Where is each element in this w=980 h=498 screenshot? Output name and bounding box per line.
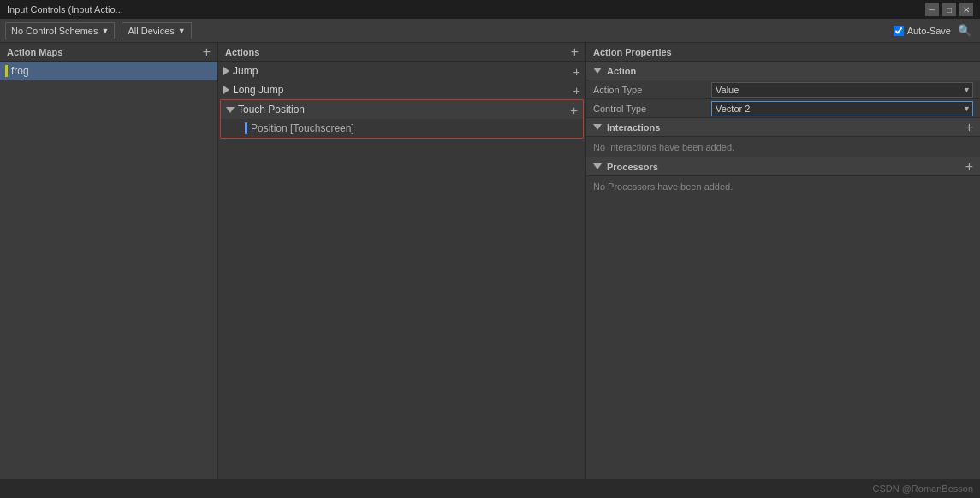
expand-touch-position-icon (226, 107, 235, 113)
action-label-touch-position: Touch Position (238, 104, 305, 116)
action-type-value: Value Button Pass Through ▼ (711, 82, 973, 98)
binding-color-bar (245, 122, 247, 134)
processors-section-header[interactable]: Processors + (586, 157, 980, 176)
control-type-row: Control Type Vector 2 Vector 3 Axis Butt… (586, 99, 980, 118)
action-item-jump[interactable]: Jump + (218, 62, 585, 80)
action-item-touch-position[interactable]: Touch Position + (221, 100, 583, 119)
expand-long-jump-icon (223, 86, 229, 94)
binding-label: Position [Touchscreen] (251, 122, 354, 134)
add-action-map-button[interactable]: + (203, 45, 211, 59)
action-label-long-jump: Long Jump (233, 84, 283, 96)
processors-section-title: Processors (607, 162, 658, 172)
touch-position-group: Touch Position + Position [Touchscreen] (220, 99, 584, 139)
all-devices-dropdown[interactable]: All Devices ▼ (122, 22, 191, 39)
action-type-select[interactable]: Value Button Pass Through (711, 82, 973, 98)
interactions-section-header-left: Interactions (593, 122, 660, 133)
minimize-button[interactable]: ─ (925, 3, 939, 16)
no-control-schemes-dropdown[interactable]: No Control Schemes ▼ (5, 22, 115, 39)
main-layout: Action Maps + frog Actions + Jump + Long… (0, 43, 980, 479)
processors-section-header-left: Processors (593, 162, 658, 172)
action-maps-title: Action Maps (7, 47, 62, 57)
map-color-bar (5, 65, 8, 77)
add-processor-button[interactable]: + (965, 159, 973, 175)
bottom-bar: CSDN @RomanBesson (0, 479, 980, 498)
close-button[interactable]: ✕ (959, 3, 973, 16)
no-interactions-text: No Interactions have been added. (586, 137, 980, 157)
control-type-label: Control Type (593, 104, 704, 114)
action-section-title: Action (607, 66, 636, 76)
devices-chevron-icon: ▼ (178, 27, 186, 35)
expand-jump-icon (223, 67, 229, 75)
action-type-label: Action Type (593, 85, 704, 95)
add-long-jump-binding-button[interactable]: + (573, 84, 580, 97)
title-bar-left: Input Controls (Input Actio... (7, 4, 123, 15)
action-section-header-left: Action (593, 66, 636, 76)
actions-panel: Actions + Jump + Long Jump + Touch Posit… (218, 43, 586, 479)
processors-section-collapse-icon (593, 163, 602, 169)
auto-save-label: Auto-Save (907, 26, 951, 36)
watermark-text: CSDN @RomanBesson (872, 483, 973, 494)
action-section-collapse-icon (593, 68, 602, 74)
action-type-dropdown-wrapper: Value Button Pass Through ▼ (711, 82, 973, 98)
search-button[interactable]: 🔍 (954, 24, 975, 37)
control-type-value: Vector 2 Vector 3 Axis Button ▼ (711, 101, 973, 116)
action-maps-header: Action Maps + (0, 43, 217, 62)
control-type-select[interactable]: Vector 2 Vector 3 Axis Button (711, 101, 973, 116)
no-processors-text: No Processors have been added. (586, 176, 980, 197)
interactions-section-title: Interactions (607, 122, 660, 133)
maximize-button[interactable]: □ (942, 3, 956, 16)
title-bar-controls: ─ □ ✕ (925, 3, 973, 16)
add-interaction-button[interactable]: + (965, 120, 973, 135)
title-bar: Input Controls (Input Actio... ─ □ ✕ (0, 0, 980, 19)
interactions-section-header[interactable]: Interactions + (586, 118, 980, 137)
interactions-section-collapse-icon (593, 124, 602, 130)
action-type-row: Action Type Value Button Pass Through ▼ (586, 80, 980, 99)
window-title: Input Controls (Input Actio... (7, 4, 123, 15)
action-map-name: frog (11, 65, 29, 77)
properties-header: Action Properties (586, 43, 980, 62)
actions-header: Actions + (218, 43, 585, 62)
binding-item-position-touchscreen[interactable]: Position [Touchscreen] (221, 119, 583, 138)
auto-save-area: Auto-Save 🔍 (894, 24, 975, 37)
action-map-item-frog[interactable]: frog (0, 62, 217, 80)
action-item-long-jump[interactable]: Long Jump + (218, 80, 585, 99)
add-touch-position-binding-button[interactable]: + (570, 104, 578, 116)
action-maps-panel: Action Maps + frog (0, 43, 218, 479)
toolbar: No Control Schemes ▼ All Devices ▼ Auto-… (0, 19, 980, 43)
actions-title: Actions (225, 47, 259, 57)
control-type-dropdown-wrapper: Vector 2 Vector 3 Axis Button ▼ (711, 101, 973, 116)
auto-save-checkbox[interactable] (894, 26, 904, 36)
all-devices-label: All Devices (128, 26, 174, 36)
action-label-jump: Jump (233, 65, 258, 77)
no-control-schemes-label: No Control Schemes (11, 26, 98, 36)
properties-title: Action Properties (593, 47, 672, 57)
add-action-button[interactable]: + (571, 45, 579, 59)
dropdown-chevron-icon: ▼ (102, 27, 110, 35)
add-jump-binding-button[interactable]: + (573, 65, 580, 78)
properties-panel: Action Properties Action Action Type Val… (586, 43, 980, 479)
action-section-header[interactable]: Action (586, 62, 980, 80)
